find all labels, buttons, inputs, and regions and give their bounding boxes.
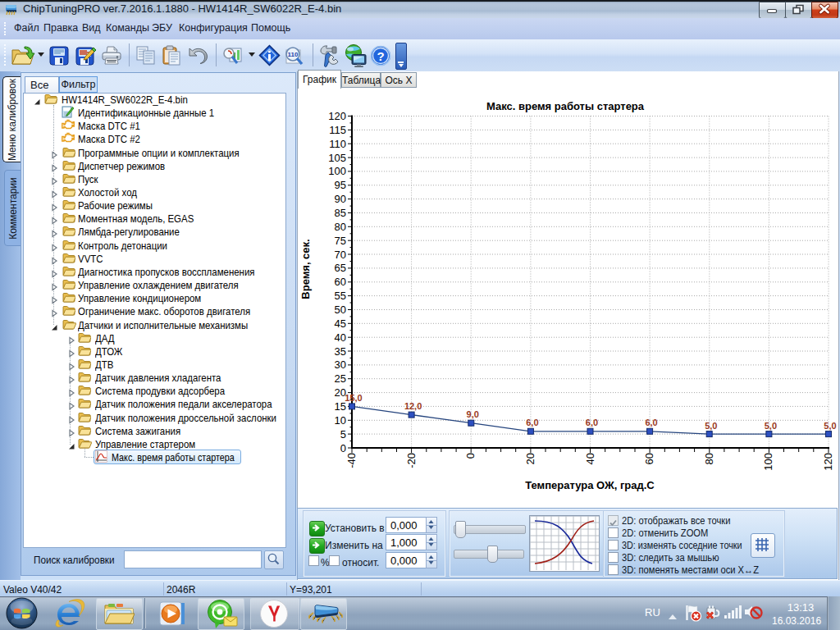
svg-text:40: 40: [584, 453, 596, 464]
svg-text:10: 10: [335, 414, 346, 427]
svg-text:5,0: 5,0: [705, 421, 717, 431]
svg-text:5: 5: [340, 428, 346, 441]
svg-text:60: 60: [335, 276, 346, 288]
svg-text:Температура ОЖ, град.С: Температура ОЖ, град.С: [525, 479, 655, 491]
svg-text:55: 55: [335, 290, 346, 302]
svg-text:70: 70: [335, 249, 346, 261]
svg-text:85: 85: [335, 207, 346, 219]
svg-text:6,0: 6,0: [526, 418, 538, 427]
svg-text:50: 50: [335, 304, 346, 316]
svg-text:5,0: 5,0: [765, 421, 777, 431]
svg-text:115: 115: [329, 124, 346, 136]
svg-text:20: 20: [524, 453, 536, 464]
svg-text:110: 110: [288, 51, 299, 58]
svg-text:40: 40: [335, 331, 346, 344]
svg-text:80: 80: [335, 221, 346, 233]
svg-text:65: 65: [335, 262, 346, 274]
svg-text:15,0: 15,0: [345, 393, 362, 403]
svg-text:6,0: 6,0: [586, 418, 598, 427]
svg-text:60: 60: [643, 453, 655, 464]
svg-text:90: 90: [335, 193, 346, 205]
svg-text:-20: -20: [405, 453, 418, 468]
svg-text:120: 120: [822, 453, 834, 471]
svg-text:80: 80: [703, 453, 715, 464]
svg-text:100: 100: [762, 453, 774, 471]
svg-text:?: ?: [377, 49, 384, 63]
svg-text:9,0: 9,0: [467, 409, 479, 419]
svg-text:Время, сек.: Время, сек.: [299, 239, 312, 299]
svg-text:35: 35: [335, 345, 346, 358]
svg-text:45: 45: [335, 317, 346, 330]
svg-text:105: 105: [328, 152, 346, 164]
svg-text:120: 120: [328, 110, 346, 122]
svg-text:6,0: 6,0: [645, 418, 657, 427]
svg-text:110: 110: [329, 138, 346, 150]
svg-text:Макс. время работы стартера: Макс. время работы стартера: [486, 100, 645, 112]
svg-text:0: 0: [464, 453, 477, 459]
svg-text:95: 95: [335, 179, 346, 191]
svg-text:30: 30: [335, 358, 346, 371]
svg-text:75: 75: [335, 235, 346, 247]
svg-text:0: 0: [340, 442, 346, 454]
svg-text:12,0: 12,0: [404, 401, 422, 411]
svg-text:-40: -40: [345, 453, 358, 468]
svg-text:100: 100: [328, 165, 346, 177]
svg-text:5,0: 5,0: [824, 421, 836, 431]
svg-text:25: 25: [335, 372, 346, 385]
